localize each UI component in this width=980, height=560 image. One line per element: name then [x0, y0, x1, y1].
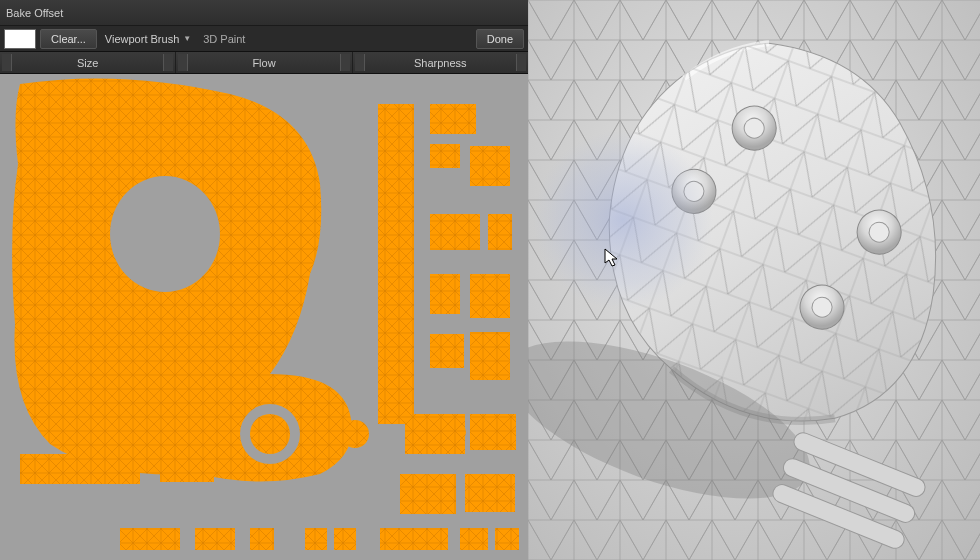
color-swatch[interactable] — [4, 29, 36, 49]
flow-slider-label: Flow — [252, 57, 275, 69]
svg-rect-5 — [378, 104, 414, 424]
svg-rect-14 — [470, 332, 510, 380]
brush-dropdown[interactable]: Viewport Brush ▼ — [101, 33, 195, 45]
svg-rect-21 — [405, 414, 465, 454]
svg-rect-23 — [400, 474, 456, 514]
svg-rect-15 — [20, 454, 140, 484]
svg-rect-13 — [430, 334, 464, 368]
slider-row: Size Flow Sharpness — [0, 52, 528, 74]
panel-titlebar: Bake Offset — [0, 0, 528, 26]
clear-button[interactable]: Clear... — [40, 29, 97, 49]
svg-rect-8 — [470, 146, 510, 186]
svg-rect-25 — [120, 528, 180, 550]
size-slider[interactable]: Size — [0, 52, 176, 73]
svg-point-47 — [533, 130, 713, 310]
sharpness-slider-label: Sharpness — [414, 57, 467, 69]
svg-rect-6 — [430, 104, 476, 134]
svg-rect-29 — [334, 528, 356, 550]
sharpness-slider[interactable]: Sharpness — [353, 52, 528, 73]
svg-rect-7 — [430, 144, 460, 168]
size-slider-label: Size — [77, 57, 98, 69]
svg-rect-30 — [380, 528, 448, 550]
toolbar: Clear... Viewport Brush ▼ 3D Paint Done — [0, 26, 528, 52]
svg-rect-28 — [305, 528, 327, 550]
uv-canvas[interactable] — [0, 74, 528, 560]
svg-rect-9 — [430, 214, 480, 250]
svg-rect-10 — [488, 214, 512, 250]
bake-offset-panel: Bake Offset Clear... Viewport Brush ▼ 3D… — [0, 0, 528, 560]
svg-point-17 — [341, 420, 369, 448]
svg-rect-26 — [195, 528, 235, 550]
done-button[interactable]: Done — [476, 29, 524, 49]
svg-rect-16 — [160, 454, 214, 482]
svg-rect-24 — [465, 474, 515, 512]
brush-dropdown-label: Viewport Brush — [105, 33, 179, 45]
chevron-down-icon: ▼ — [183, 34, 191, 43]
panel-title: Bake Offset — [6, 7, 63, 19]
svg-rect-11 — [430, 274, 460, 314]
svg-point-2 — [110, 176, 220, 292]
svg-rect-22 — [470, 414, 516, 450]
view-mode-label: 3D Paint — [203, 33, 245, 45]
svg-point-4 — [250, 414, 290, 454]
svg-rect-31 — [460, 528, 488, 550]
svg-rect-27 — [250, 528, 274, 550]
3d-viewport[interactable] — [528, 0, 980, 560]
svg-rect-12 — [470, 274, 510, 318]
flow-slider[interactable]: Flow — [176, 52, 352, 73]
svg-rect-32 — [495, 528, 519, 550]
